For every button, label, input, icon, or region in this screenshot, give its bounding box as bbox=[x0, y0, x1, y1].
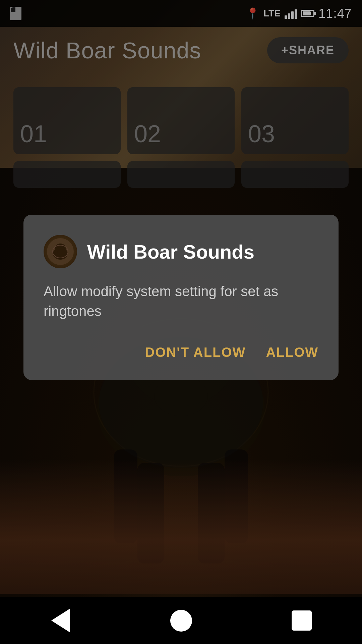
permission-dialog: Wild Boar Sounds Allow modify system set… bbox=[23, 215, 339, 380]
back-icon bbox=[51, 609, 70, 632]
allow-button[interactable]: ALLOW bbox=[266, 341, 318, 363]
dialog-message: Allow modify system setting for set as r… bbox=[44, 282, 318, 321]
dialog-app-name: Wild Boar Sounds bbox=[87, 240, 254, 263]
dialog-header: Wild Boar Sounds bbox=[44, 235, 318, 268]
svg-point-12 bbox=[57, 250, 63, 255]
dialog-actions: DON'T ALLOW ALLOW bbox=[44, 341, 318, 363]
home-icon bbox=[170, 610, 192, 632]
back-button[interactable] bbox=[47, 607, 74, 634]
deny-button[interactable]: DON'T ALLOW bbox=[145, 341, 246, 363]
dialog-app-icon bbox=[44, 235, 77, 268]
recents-icon bbox=[292, 610, 312, 631]
recents-button[interactable] bbox=[288, 607, 315, 634]
nav-bar bbox=[0, 597, 362, 644]
dialog-overlay: Wild Boar Sounds Allow modify system set… bbox=[0, 0, 362, 644]
home-button[interactable] bbox=[168, 607, 194, 634]
